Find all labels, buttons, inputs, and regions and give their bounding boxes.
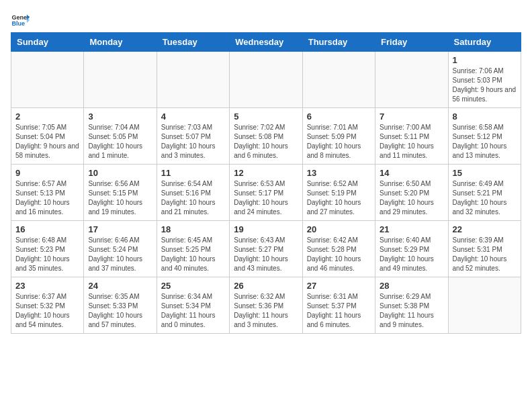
calendar-cell: 20Sunrise: 6:42 AM Sunset: 5:28 PM Dayli… — [302, 221, 375, 277]
day-number: 4 — [161, 111, 225, 122]
day-info: Sunrise: 6:58 AM Sunset: 5:12 PM Dayligh… — [453, 123, 517, 161]
day-number: 14 — [380, 168, 443, 178]
logo: General Blue — [11, 11, 30, 30]
column-header-tuesday: Tuesday — [157, 33, 229, 52]
day-info: Sunrise: 6:34 AM Sunset: 5:34 PM Dayligh… — [161, 292, 225, 330]
day-number: 1 — [453, 55, 517, 65]
calendar-cell — [375, 52, 448, 108]
calendar-cell: 4Sunrise: 7:03 AM Sunset: 5:07 PM Daylig… — [157, 108, 229, 165]
day-number: 26 — [234, 281, 298, 291]
column-header-thursday: Thursday — [302, 33, 375, 52]
calendar-cell: 21Sunrise: 6:40 AM Sunset: 5:29 PM Dayli… — [375, 221, 448, 277]
calendar-cell: 22Sunrise: 6:39 AM Sunset: 5:31 PM Dayli… — [448, 221, 521, 277]
day-info: Sunrise: 6:56 AM Sunset: 5:15 PM Dayligh… — [88, 179, 152, 217]
day-info: Sunrise: 7:02 AM Sunset: 5:08 PM Dayligh… — [234, 123, 298, 161]
calendar-cell: 17Sunrise: 6:46 AM Sunset: 5:24 PM Dayli… — [84, 221, 157, 277]
calendar-cell — [230, 52, 302, 108]
day-number: 5 — [234, 111, 298, 122]
day-info: Sunrise: 7:01 AM Sunset: 5:09 PM Dayligh… — [307, 123, 371, 161]
day-number: 3 — [88, 111, 152, 122]
day-number: 22 — [453, 224, 517, 234]
day-info: Sunrise: 7:04 AM Sunset: 5:05 PM Dayligh… — [88, 123, 152, 161]
day-info: Sunrise: 6:57 AM Sunset: 5:13 PM Dayligh… — [15, 179, 79, 217]
day-number: 7 — [380, 111, 443, 122]
calendar-week-row: 1Sunrise: 7:06 AM Sunset: 5:03 PM Daylig… — [11, 52, 521, 108]
day-info: Sunrise: 6:53 AM Sunset: 5:17 PM Dayligh… — [234, 179, 298, 217]
column-header-monday: Monday — [84, 33, 157, 52]
column-header-wednesday: Wednesday — [230, 33, 302, 52]
day-info: Sunrise: 7:00 AM Sunset: 5:11 PM Dayligh… — [380, 123, 443, 161]
calendar-cell: 12Sunrise: 6:53 AM Sunset: 5:17 PM Dayli… — [230, 165, 302, 221]
day-info: Sunrise: 6:35 AM Sunset: 5:33 PM Dayligh… — [88, 292, 152, 330]
calendar-cell: 2Sunrise: 7:05 AM Sunset: 5:04 PM Daylig… — [11, 108, 84, 165]
day-info: Sunrise: 6:45 AM Sunset: 5:25 PM Dayligh… — [161, 236, 225, 273]
day-info: Sunrise: 6:49 AM Sunset: 5:21 PM Dayligh… — [453, 179, 517, 217]
calendar-cell: 5Sunrise: 7:02 AM Sunset: 5:08 PM Daylig… — [230, 108, 302, 165]
day-info: Sunrise: 6:39 AM Sunset: 5:31 PM Dayligh… — [453, 236, 517, 273]
day-number: 24 — [88, 281, 152, 291]
day-number: 15 — [453, 168, 517, 178]
day-info: Sunrise: 6:31 AM Sunset: 5:37 PM Dayligh… — [307, 292, 371, 330]
calendar-cell: 15Sunrise: 6:49 AM Sunset: 5:21 PM Dayli… — [448, 165, 521, 221]
day-number: 18 — [161, 224, 225, 234]
calendar-cell: 18Sunrise: 6:45 AM Sunset: 5:25 PM Dayli… — [157, 221, 229, 277]
day-number: 6 — [307, 111, 371, 122]
day-info: Sunrise: 6:46 AM Sunset: 5:24 PM Dayligh… — [88, 236, 152, 273]
calendar-cell: 6Sunrise: 7:01 AM Sunset: 5:09 PM Daylig… — [302, 108, 375, 165]
svg-text:Blue: Blue — [11, 20, 25, 27]
day-info: Sunrise: 6:50 AM Sunset: 5:20 PM Dayligh… — [380, 179, 443, 217]
calendar-cell: 1Sunrise: 7:06 AM Sunset: 5:03 PM Daylig… — [448, 52, 521, 108]
column-header-sunday: Sunday — [11, 33, 84, 52]
calendar-cell: 24Sunrise: 6:35 AM Sunset: 5:33 PM Dayli… — [84, 277, 157, 334]
day-info: Sunrise: 6:48 AM Sunset: 5:23 PM Dayligh… — [15, 236, 79, 273]
calendar-table: SundayMondayTuesdayWednesdayThursdayFrid… — [11, 32, 521, 334]
day-number: 11 — [161, 168, 225, 178]
day-info: Sunrise: 6:29 AM Sunset: 5:38 PM Dayligh… — [380, 292, 443, 330]
calendar-cell: 14Sunrise: 6:50 AM Sunset: 5:20 PM Dayli… — [375, 165, 448, 221]
calendar-cell: 28Sunrise: 6:29 AM Sunset: 5:38 PM Dayli… — [375, 277, 448, 334]
day-info: Sunrise: 6:37 AM Sunset: 5:32 PM Dayligh… — [15, 292, 79, 330]
day-number: 16 — [15, 224, 79, 234]
day-number: 8 — [453, 111, 517, 122]
day-number: 13 — [307, 168, 371, 178]
day-number: 23 — [15, 281, 79, 291]
day-number: 21 — [380, 224, 443, 234]
calendar-cell — [157, 52, 229, 108]
day-number: 28 — [380, 281, 443, 291]
calendar-cell: 27Sunrise: 6:31 AM Sunset: 5:37 PM Dayli… — [302, 277, 375, 334]
column-header-saturday: Saturday — [448, 33, 521, 52]
day-info: Sunrise: 6:42 AM Sunset: 5:28 PM Dayligh… — [307, 236, 371, 273]
day-number: 17 — [88, 224, 152, 234]
day-number: 10 — [88, 168, 152, 178]
calendar-cell: 9Sunrise: 6:57 AM Sunset: 5:13 PM Daylig… — [11, 165, 84, 221]
day-info: Sunrise: 6:43 AM Sunset: 5:27 PM Dayligh… — [234, 236, 298, 273]
day-number: 25 — [161, 281, 225, 291]
calendar-cell: 8Sunrise: 6:58 AM Sunset: 5:12 PM Daylig… — [448, 108, 521, 165]
logo-icon: General Blue — [11, 11, 30, 30]
day-info: Sunrise: 6:54 AM Sunset: 5:16 PM Dayligh… — [161, 179, 225, 217]
page-header: General Blue — [11, 11, 521, 30]
day-info: Sunrise: 7:06 AM Sunset: 5:03 PM Dayligh… — [453, 66, 517, 104]
day-info: Sunrise: 7:05 AM Sunset: 5:04 PM Dayligh… — [15, 123, 79, 161]
day-number: 20 — [307, 224, 371, 234]
day-info: Sunrise: 6:52 AM Sunset: 5:19 PM Dayligh… — [307, 179, 371, 217]
day-info: Sunrise: 6:40 AM Sunset: 5:29 PM Dayligh… — [380, 236, 443, 273]
calendar-header-row: SundayMondayTuesdayWednesdayThursdayFrid… — [11, 33, 521, 52]
calendar-cell: 16Sunrise: 6:48 AM Sunset: 5:23 PM Dayli… — [11, 221, 84, 277]
calendar-cell: 3Sunrise: 7:04 AM Sunset: 5:05 PM Daylig… — [84, 108, 157, 165]
calendar-cell — [302, 52, 375, 108]
day-number: 27 — [307, 281, 371, 291]
calendar-cell: 13Sunrise: 6:52 AM Sunset: 5:19 PM Dayli… — [302, 165, 375, 221]
day-info: Sunrise: 6:32 AM Sunset: 5:36 PM Dayligh… — [234, 292, 298, 330]
calendar-cell: 7Sunrise: 7:00 AM Sunset: 5:11 PM Daylig… — [375, 108, 448, 165]
day-number: 19 — [234, 224, 298, 234]
calendar-week-row: 23Sunrise: 6:37 AM Sunset: 5:32 PM Dayli… — [11, 277, 521, 334]
calendar-cell: 25Sunrise: 6:34 AM Sunset: 5:34 PM Dayli… — [157, 277, 229, 334]
day-number: 12 — [234, 168, 298, 178]
calendar-cell: 10Sunrise: 6:56 AM Sunset: 5:15 PM Dayli… — [84, 165, 157, 221]
calendar-cell — [84, 52, 157, 108]
day-info: Sunrise: 7:03 AM Sunset: 5:07 PM Dayligh… — [161, 123, 225, 161]
calendar-cell: 19Sunrise: 6:43 AM Sunset: 5:27 PM Dayli… — [230, 221, 302, 277]
calendar-week-row: 9Sunrise: 6:57 AM Sunset: 5:13 PM Daylig… — [11, 165, 521, 221]
calendar-cell: 11Sunrise: 6:54 AM Sunset: 5:16 PM Dayli… — [157, 165, 229, 221]
